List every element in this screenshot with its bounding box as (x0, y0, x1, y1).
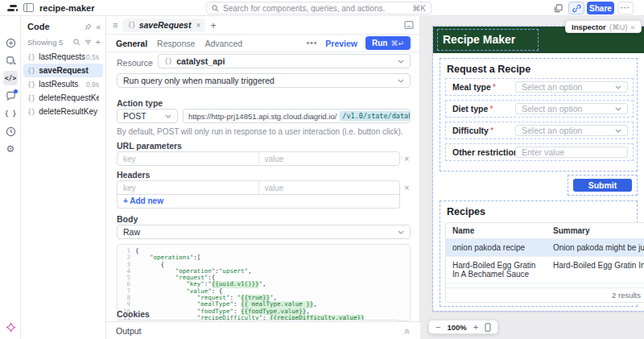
pin-icon[interactable] (85, 23, 92, 31)
query-list-item[interactable]: {}deleteResultKey (23, 105, 103, 118)
close-tab-icon[interactable]: × (196, 21, 200, 30)
mobile-preview-icon[interactable] (485, 323, 491, 332)
expand-output-icon[interactable] (403, 327, 411, 334)
global-search-input[interactable]: Search for components, queries, and acti… (206, 2, 431, 14)
body-mode-select[interactable]: Raw (117, 225, 411, 239)
query-list-item[interactable]: {}deleteRequestKey (23, 91, 103, 105)
code-panel-icon[interactable]: </> (3, 71, 18, 85)
query-tab[interactable]: {} saveRequest × (122, 19, 205, 32)
post-note: By default, POST will only run in respon… (117, 127, 403, 136)
action-type-label: Action type (117, 98, 163, 108)
body-code-editor[interactable]: 1{2 "operations":[3 {4 "operation":"upse… (117, 244, 411, 321)
share-button[interactable]: Share (587, 2, 614, 14)
table-row[interactable]: onion pakoda recipeOnion pakoda might be… (446, 239, 644, 257)
form-field-row: Other restrictionsEnter value (445, 143, 634, 161)
sidebar-toggle-icon[interactable] (23, 3, 34, 12)
run-trigger-select[interactable]: Run query only when manually triggered (117, 73, 411, 88)
form-field-row: Meal type*Select an option (445, 78, 634, 96)
required-asterisk: * (489, 104, 493, 114)
retool-logo[interactable] (6, 0, 19, 16)
url-params-row (117, 151, 400, 166)
ai-chat-icon[interactable] (3, 89, 18, 103)
method-select[interactable]: POST (117, 109, 178, 123)
filter-icon[interactable] (85, 39, 92, 46)
code-panel-title: Code (27, 22, 80, 31)
component-tree-icon[interactable] (3, 53, 18, 68)
zoom-controls: − 100% + (428, 320, 498, 334)
tab-response[interactable]: Response (157, 39, 195, 48)
add-query-icon[interactable]: + (96, 37, 101, 47)
field-placeholder: Select an option (522, 104, 582, 114)
column-name[interactable]: Name (446, 226, 547, 235)
recipes-table[interactable]: Name Summary onion pakoda recipeOnion pa… (445, 222, 644, 303)
field-select[interactable]: Select an option (515, 103, 628, 114)
add-component-icon[interactable] (3, 35, 18, 50)
field-select[interactable]: Select an option (515, 125, 628, 136)
query-name: saveRequest (39, 66, 99, 75)
inspector-collapse-icon[interactable]: « (630, 23, 634, 31)
query-editor: ≡ {} saveRequest × + General Response Ad… (106, 16, 420, 339)
remove-row-icon[interactable]: × (404, 154, 409, 163)
retool-ai-sparkle-icon[interactable] (3, 320, 18, 334)
left-icon-rail: </> { } ⚙ (0, 16, 21, 339)
state-icon[interactable]: { } (3, 106, 18, 121)
chevron-down-icon (398, 79, 404, 83)
app-header-title: Recipe Maker (443, 33, 515, 46)
new-tab-button[interactable]: + (210, 19, 217, 31)
recipes-container[interactable]: Recipes Name Summary onion pakoda recipe… (440, 201, 638, 307)
recipes-title: Recipes (447, 206, 485, 217)
search-queries-icon[interactable] (73, 39, 80, 46)
request-form-container[interactable]: Request a Recipe Meal type*Select an opt… (440, 58, 638, 172)
tab-general[interactable]: General (116, 39, 147, 48)
braces-icon: {} (27, 53, 35, 61)
zoom-in-button[interactable]: + (473, 322, 478, 332)
zoom-out-button[interactable]: − (436, 322, 440, 332)
collapse-panel-icon[interactable]: « (96, 23, 101, 31)
add-new-row: + Add new (117, 194, 400, 209)
copy-link-button[interactable] (568, 2, 584, 14)
chevron-down-icon (165, 114, 171, 118)
history-icon[interactable] (3, 124, 18, 138)
query-list-item[interactable]: {}saveRequest (23, 64, 103, 77)
query-more-icon[interactable]: ••• (307, 39, 318, 48)
app-canvas: Recipe Maker Request a Recipe Meal type*… (433, 27, 644, 311)
run-trigger-value: Run query only when manually triggered (123, 76, 275, 85)
field-select[interactable]: Select an option (515, 81, 628, 93)
more-options-button[interactable]: ··· (617, 2, 634, 14)
cell-summary: Hard-Boiled Egg Gratin In A Bechamel (547, 261, 644, 270)
inspector-shortcut: (⌘U) (609, 23, 628, 31)
column-summary[interactable]: Summary (547, 226, 644, 235)
query-list-icon[interactable]: ≡ (113, 20, 118, 30)
query-list-item[interactable]: {}lastResults0.9s (23, 77, 103, 91)
field-input[interactable]: Enter value (515, 147, 628, 158)
query-name: deleteResultKey (39, 107, 99, 116)
run-button[interactable]: Run ⌘↵ (365, 36, 411, 50)
query-list-item[interactable]: {}lastRequests0.5s (23, 50, 103, 64)
output-label: Output (116, 326, 403, 336)
table-row[interactable]: Hard-Boiled Egg Gratin In A Bechamel Sau… (446, 257, 644, 283)
chevron-down-icon (615, 129, 621, 133)
output-bar[interactable]: Output (106, 321, 420, 339)
url-param-key-input[interactable] (118, 152, 258, 165)
chevron-down-icon (615, 85, 621, 89)
field-placeholder: Select an option (522, 126, 582, 135)
cookies-label: Cookies (117, 309, 150, 319)
submit-button[interactable]: Submit (573, 179, 632, 192)
code-panel: Code « Showing 5 + {}lastRequests0.5s{}s… (21, 16, 106, 339)
toggle-bottom-panel-icon[interactable] (404, 20, 414, 30)
remove-row-icon[interactable]: × (404, 183, 409, 192)
panels-icon[interactable] (551, 2, 565, 14)
preview-button[interactable]: Preview (325, 39, 357, 48)
url-input[interactable]: https://http-prj14851.api.stg.cloud.diag… (183, 109, 411, 123)
logo-bar (10, 5, 17, 7)
url-param-value-input[interactable] (259, 152, 400, 165)
settings-gear-icon[interactable]: ⚙ (3, 142, 18, 156)
method-value: POST (123, 111, 147, 121)
tab-advanced[interactable]: Advanced (204, 39, 242, 48)
add-new-header-button[interactable]: + Add new (123, 196, 163, 205)
header-key-input[interactable] (118, 181, 258, 194)
resource-select[interactable]: {} catalyst_api (158, 54, 411, 68)
query-name: lastResults (39, 80, 86, 89)
showing-count: Showing 5 (27, 38, 69, 47)
header-value-input[interactable] (259, 181, 400, 194)
